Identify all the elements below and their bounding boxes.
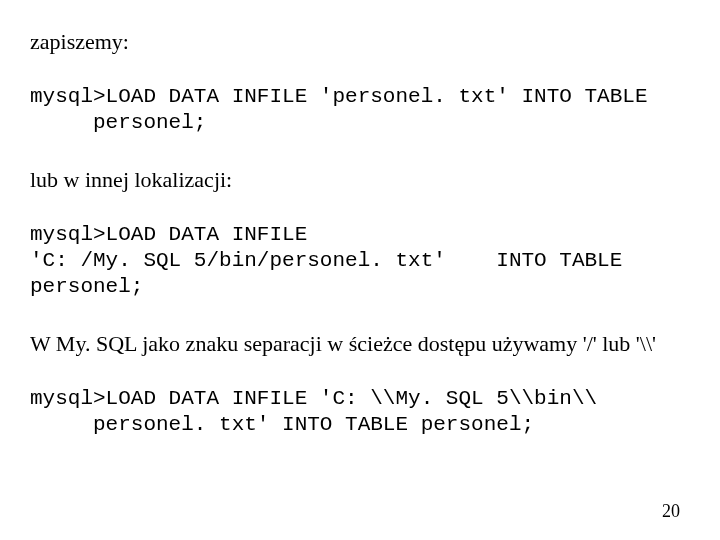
- code-block-3: mysql>LOAD DATA INFILE 'C: \\My. SQL 5\\…: [30, 386, 690, 439]
- code-block-2: mysql>LOAD DATA INFILE 'C: /My. SQL 5/bi…: [30, 222, 690, 301]
- intro-text-2: lub w innej lokalizacji:: [30, 166, 690, 194]
- intro-text-1: zapiszemy:: [30, 28, 690, 56]
- page-number: 20: [662, 501, 680, 522]
- body-text-3: W My. SQL jako znaku separacji w ścieżce…: [30, 330, 690, 358]
- slide-page: zapiszemy: mysql>LOAD DATA INFILE 'perso…: [0, 0, 720, 540]
- code-block-1: mysql>LOAD DATA INFILE 'personel. txt' I…: [30, 84, 690, 137]
